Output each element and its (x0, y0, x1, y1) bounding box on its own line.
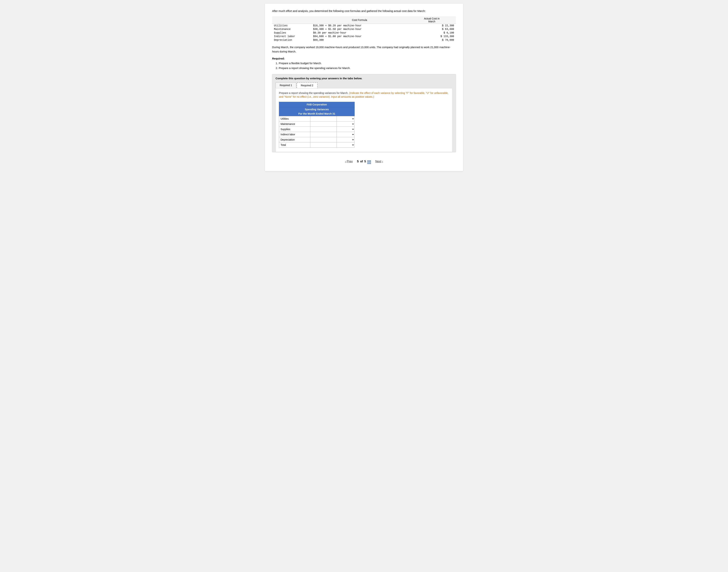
fab-row-amount-input[interactable] (310, 116, 337, 121)
bottom-nav: ‹ Prev 5 of 5 Next › (272, 159, 456, 164)
cost-actual: $ 63,600 (408, 27, 456, 31)
fab-row-amount-cell[interactable] (310, 142, 337, 148)
fab-row-variance-select[interactable]: FUNone (337, 142, 354, 147)
fab-row-label: Indirect labor (279, 132, 310, 137)
fab-row-amount-input[interactable] (310, 142, 337, 147)
required-item: 2. Prepare a report showing the spending… (276, 66, 456, 70)
intro-text: After much effort and analysis, you dete… (272, 9, 456, 13)
prev-label: Prev (347, 160, 353, 163)
fab-row-variance-select[interactable]: FUNone (337, 127, 354, 132)
complete-box-title: Complete this question by entering your … (276, 77, 452, 80)
cost-table-row: Supplies $0.30 per machine-hour $ 6,100 (272, 31, 456, 34)
next-label: Next (375, 160, 381, 163)
fab-row-variance-cell[interactable]: FUNone (337, 137, 355, 142)
fab-row-variance-cell[interactable]: FUNone (337, 122, 355, 127)
fab-table-row: Indirect laborFUNone (279, 132, 355, 137)
next-chevron-icon: › (382, 160, 383, 163)
total-pages: 5 (364, 160, 366, 163)
fab-table-row: UtilitiesFUNone (279, 116, 355, 122)
fab-row-amount-cell[interactable] (310, 116, 337, 122)
cost-table-row: Indirect labor $94,600 + $1.80 per machi… (272, 34, 456, 38)
fab-table-row: DepreciationFUNone (279, 137, 355, 142)
current-page: 5 (357, 160, 359, 163)
fab-row-amount-cell[interactable] (310, 137, 337, 142)
fab-row-amount-cell[interactable] (310, 122, 337, 127)
during-text: During March, the company worked 19,000 … (272, 45, 456, 54)
instruction-plain: Prepare a report showing the spending va… (279, 91, 349, 94)
cost-table-row: Depreciation $68,300 $ 70,000 (272, 38, 456, 42)
cost-item-label: Supplies (272, 31, 311, 34)
fab-row-amount-cell[interactable] (310, 127, 337, 132)
cost-formula: $68,300 (311, 38, 408, 42)
fab-row-amount-input[interactable] (310, 132, 337, 137)
next-button[interactable]: Next › (375, 160, 383, 163)
col-actual-header: Actual Cost inMarch (408, 16, 456, 24)
fab-header-title: FAB Corporation (279, 102, 355, 107)
tab-required-2[interactable]: Required 2 (297, 82, 318, 88)
fab-row-label: Maintenance (279, 122, 310, 127)
col-formula-header: Cost Formula (311, 16, 408, 24)
fab-header-sub: Spending Variances (279, 107, 355, 112)
fab-row-variance-select[interactable]: FUNone (337, 137, 354, 142)
complete-box: Complete this question by entering your … (272, 74, 456, 152)
tabs-row: Required 1Required 2 (276, 82, 452, 88)
fab-row-variance-cell[interactable]: FUNone (337, 116, 355, 122)
fab-row-label: Total (279, 142, 310, 148)
cost-table-row: Maintenance $38,300 + $1.50 per machine-… (272, 27, 456, 31)
fab-row-variance-cell[interactable]: FUNone (337, 127, 355, 132)
cost-formula: $38,300 + $1.50 per machine-hour (311, 27, 408, 31)
required-list: 1. Prepare a flexible budget for March.2… (276, 61, 456, 70)
cost-table: Cost Formula Actual Cost inMarch Utiliti… (272, 16, 456, 42)
cost-item-label: Depreciation (272, 38, 311, 42)
cost-actual: $ 6,100 (408, 31, 456, 34)
fab-table-row: SuppliesFUNone (279, 127, 355, 132)
cost-formula: $16,300 + $0.20 per machine-hour (311, 23, 408, 27)
cost-item-label: Indirect labor (272, 34, 311, 38)
fab-row-amount-cell[interactable] (310, 132, 337, 137)
cost-actual: $ 22,300 (408, 23, 456, 27)
grid-icon[interactable] (367, 159, 371, 164)
fab-row-variance-select[interactable]: FUNone (337, 122, 354, 127)
tab-required-1[interactable]: Required 1 (276, 82, 296, 88)
fab-row-label: Supplies (279, 127, 310, 132)
fab-table-row: TotalFUNone (279, 142, 355, 148)
fab-table-row: MaintenanceFUNone (279, 122, 355, 127)
fab-row-variance-cell[interactable]: FUNone (337, 132, 355, 137)
fab-row-variance-cell[interactable]: FUNone (337, 142, 355, 148)
required-item: 1. Prepare a flexible budget for March. (276, 61, 456, 66)
prev-button[interactable]: ‹ Prev (345, 160, 353, 163)
cost-actual: $ 133,300 (408, 34, 456, 38)
fab-header-sub2: For the Month Ended March 31 (279, 112, 355, 116)
page-info: 5 of 5 (357, 159, 371, 164)
cost-formula: $0.30 per machine-hour (311, 31, 408, 34)
fab-row-variance-select[interactable]: FUNone (337, 116, 354, 121)
fab-data-table: UtilitiesFUNoneMaintenanceFUNoneSupplies… (279, 116, 355, 148)
fab-row-variance-select[interactable]: FUNone (337, 132, 354, 137)
instruction-text: Prepare a report showing the spending va… (279, 91, 449, 99)
required-heading: Required: (272, 57, 456, 60)
fab-row-label: Depreciation (279, 137, 310, 142)
cost-item-label: Utilities (272, 23, 311, 27)
fab-table-wrapper: FAB Corporation Spending Variances For t… (279, 102, 355, 148)
cost-formula: $94,600 + $1.80 per machine-hour (311, 34, 408, 38)
tab-content: Prepare a report showing the spending va… (276, 88, 452, 152)
cost-item-label: Maintenance (272, 27, 311, 31)
fab-row-label: Utilities (279, 116, 310, 122)
cost-actual: $ 70,000 (408, 38, 456, 42)
fab-row-amount-input[interactable] (310, 137, 337, 142)
of-label: of (360, 160, 363, 163)
cost-table-row: Utilities $16,300 + $0.20 per machine-ho… (272, 23, 456, 27)
page-container: After much effort and analysis, you dete… (265, 4, 463, 171)
prev-chevron-icon: ‹ (345, 160, 346, 163)
fab-row-amount-input[interactable] (310, 127, 337, 132)
fab-row-amount-input[interactable] (310, 122, 337, 127)
